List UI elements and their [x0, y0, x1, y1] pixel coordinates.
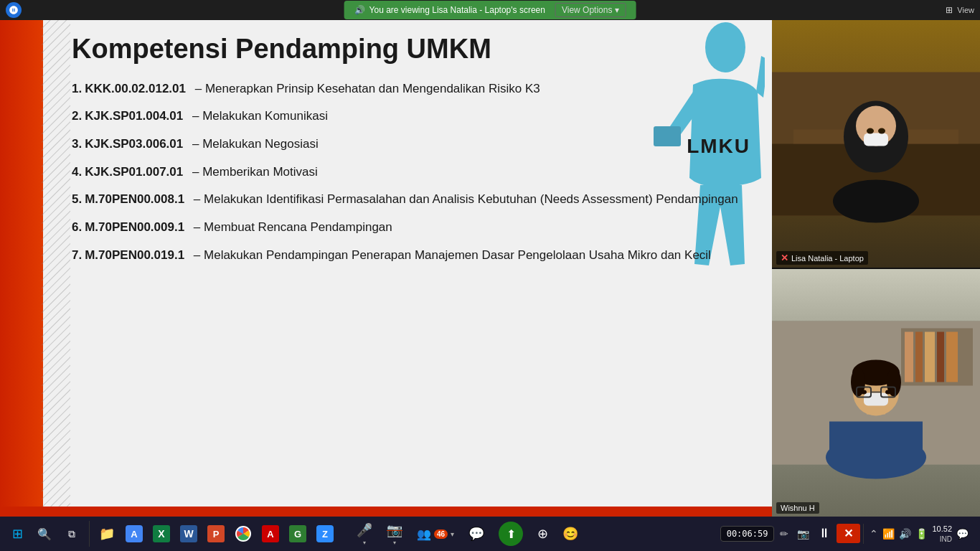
- lmku-label: LMKU: [687, 135, 750, 158]
- powerpoint-button[interactable]: P: [203, 521, 229, 547]
- search-button[interactable]: 🔍: [32, 521, 57, 547]
- speaker-icon: 🔊: [354, 5, 365, 15]
- file-explorer-button[interactable]: 📁: [94, 521, 120, 547]
- microphone-icon: 🎤: [357, 522, 372, 538]
- view-right-button[interactable]: ⊞ View: [946, 5, 974, 15]
- slide-area: LMKU Kompetensi Pendamping UMKM 1.KKK.00…: [0, 20, 772, 517]
- acrobat-button[interactable]: A: [258, 521, 283, 547]
- camera-icon: 📷: [387, 522, 402, 538]
- pause-button[interactable]: ⏸: [815, 524, 834, 542]
- svg-rect-1: [42, 20, 70, 517]
- taskview-icon: ⧉: [68, 528, 75, 540]
- svg-rect-19: [937, 332, 944, 382]
- slide-bottom-bar: [0, 507, 772, 517]
- emoji-icon: 😊: [562, 526, 578, 542]
- participant-1-bg: [772, 20, 980, 268]
- chat-icon: 💬: [468, 526, 484, 542]
- participants-badge: 46: [434, 529, 448, 539]
- end-call-button[interactable]: ✕: [837, 524, 860, 543]
- svg-rect-10: [864, 133, 888, 146]
- powerpoint-icon: P: [207, 525, 225, 542]
- greenapp-button[interactable]: G: [285, 521, 311, 547]
- chevron-down-icon: ▾: [615, 5, 619, 15]
- svg-point-32: [861, 390, 867, 395]
- edit-icon[interactable]: ✏: [777, 527, 791, 541]
- meeting-timer: 00:06:59: [720, 526, 775, 542]
- share-icon: ⬆: [499, 522, 523, 546]
- taskview-button[interactable]: ⧉: [59, 521, 85, 547]
- slide-content: Kompetensi Pendamping UMKM 1.KKK.00.02.0…: [72, 34, 765, 509]
- participant-1-label: ✕ Lisa Natalia - Laptop: [776, 251, 868, 265]
- main-content: LMKU Kompetensi Pendamping UMKM 1.KKK.00…: [0, 20, 980, 517]
- svg-rect-18: [925, 332, 935, 382]
- participant-1-video: ✕ Lisa Natalia - Laptop: [772, 20, 980, 269]
- camera-capture-icon[interactable]: 📷: [794, 527, 812, 541]
- zoom-app-icon: Z: [316, 525, 334, 542]
- word-button[interactable]: W: [176, 521, 202, 547]
- word-icon: W: [180, 525, 197, 542]
- chevron-up-icon[interactable]: ⌃: [870, 528, 878, 540]
- windows-icon: ⊞: [12, 526, 23, 542]
- participant-2-bg: [772, 269, 980, 517]
- participants-panel: ✕ Lisa Natalia - Laptop: [772, 20, 980, 517]
- participants-chevron: ▾: [451, 530, 454, 538]
- mute-label: ▾: [363, 540, 366, 546]
- file-explorer-icon: 📁: [99, 526, 115, 542]
- battery-icon: 🔋: [915, 528, 928, 540]
- reactions-button[interactable]: ⊕: [532, 524, 554, 543]
- top-bar: 🔊 You are viewing Lisa Natalia - Laptop'…: [0, 0, 980, 20]
- taskbar-apps: 📁 A X W P A G: [89, 521, 342, 547]
- emoji-button[interactable]: 😊: [557, 524, 584, 543]
- mute-icon-1: ✕: [781, 253, 788, 263]
- slide-list: 1.KKK.00.02.012.01 – Menerapkan Prinsip …: [72, 80, 765, 264]
- clock-lang: IND: [932, 534, 952, 544]
- view-right-label: View: [957, 6, 974, 14]
- system-clock: 10.52 IND: [932, 524, 952, 543]
- acrobat-icon: A: [262, 525, 279, 542]
- participant-2-avatar: [772, 269, 980, 517]
- chat-button[interactable]: 💬: [463, 524, 490, 543]
- participant-1-name: Lisa Natalia - Laptop: [791, 254, 864, 263]
- svg-rect-20: [946, 332, 958, 382]
- volume-icon: 🔊: [899, 528, 911, 540]
- slide-list-item: 2.KJK.SP01.004.01 – Melakukan Komunikasi: [72, 108, 765, 126]
- slide-list-item: 1.KKK.00.02.012.01 – Menerapkan Prinsip …: [72, 80, 765, 98]
- slide-list-item: 3.KJK.SP03.006.01 – Melakukan Negosiasi: [72, 136, 765, 154]
- video-button[interactable]: 📷 ▾: [381, 521, 408, 547]
- excel-button[interactable]: X: [149, 521, 174, 547]
- svg-rect-22: [829, 422, 923, 465]
- svg-rect-16: [905, 332, 913, 382]
- participant-2-name: Wishnu H: [781, 504, 815, 512]
- participant-2-video: Wishnu H: [772, 269, 980, 517]
- taskbar-right: 00:06:59 ✏ 📷 ⏸ ✕ ⌃ 📶 🔊 🔋 10.52 IND 💬: [715, 524, 980, 543]
- svg-point-11: [867, 128, 874, 134]
- zoom-logo: [6, 2, 22, 18]
- svg-point-7: [833, 180, 919, 223]
- chrome-button[interactable]: [230, 521, 256, 547]
- banner-text: You are viewing Lisa Natalia - Laptop's …: [369, 5, 545, 15]
- mute-button[interactable]: 🎤 ▾: [351, 521, 378, 547]
- clock-time: 10.52: [932, 524, 952, 534]
- svg-point-33: [885, 390, 891, 395]
- slide-title: Kompetensi Pendamping UMKM: [72, 34, 765, 65]
- participant-1-avatar: [772, 20, 980, 268]
- slide-list-item: 4.KJK.SP01.007.01 – Memberikan Motivasi: [72, 164, 765, 182]
- share-screen-button[interactable]: ⬆: [493, 520, 529, 547]
- excel-icon: X: [153, 525, 170, 542]
- zoom-app-button[interactable]: Z: [312, 521, 338, 547]
- view-options-button[interactable]: View Options ▾: [555, 3, 626, 17]
- notification-icon[interactable]: 💬: [956, 528, 969, 540]
- reaction-icon: ⊕: [537, 526, 548, 542]
- participants-button[interactable]: 👥 46 ▾: [411, 527, 460, 541]
- windows-start-button[interactable]: ⊞: [4, 521, 30, 547]
- google-apps-button[interactable]: A: [121, 521, 147, 547]
- network-icon: 📶: [882, 528, 895, 540]
- search-icon: 🔍: [37, 527, 52, 541]
- taskbar: ⊞ 🔍 ⧉ 📁 A X W P: [0, 517, 980, 551]
- svg-rect-28: [864, 393, 888, 406]
- top-bar-right: ⊞ View: [946, 5, 974, 15]
- slide-list-item: 7.M.70PEN00.019.1 – Melakukan Pendamping…: [72, 247, 765, 265]
- slide-list-item: 5.M.70PEN00.008.1 – Melakukan Identifika…: [72, 191, 765, 209]
- slide-diagonal-decoration: [42, 20, 70, 517]
- svg-point-12: [878, 128, 885, 134]
